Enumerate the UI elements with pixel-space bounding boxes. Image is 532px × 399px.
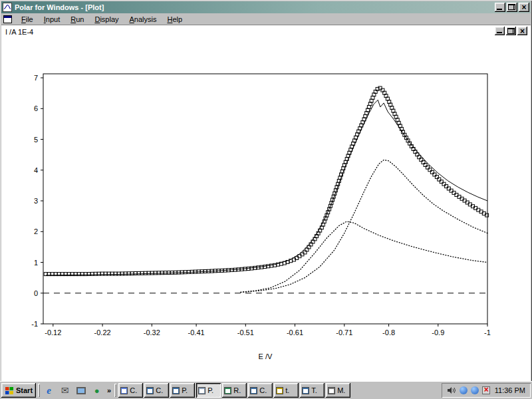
menubar: File Input Run Display Analysis Help: [1, 13, 531, 25]
menu-run[interactable]: Run: [65, 14, 89, 25]
task-icon: [146, 387, 154, 394]
close-button[interactable]: [519, 3, 529, 12]
y-tick-label: 1: [34, 259, 38, 267]
task-label: C.: [156, 386, 163, 394]
task-button[interactable]: R.: [222, 383, 247, 398]
quick-launch-show-desktop-icon[interactable]: [74, 384, 88, 397]
x-tick-label: -0.41: [188, 329, 205, 336]
app-icon[interactable]: [3, 3, 12, 12]
task-button[interactable]: C.: [248, 383, 273, 398]
x-tick-label: -1: [484, 329, 491, 336]
x-tick-label: -0.22: [94, 329, 111, 336]
task-label: P.: [182, 386, 188, 394]
polar-main-window: Polar for Windows - [Plot] File Input Ru…: [0, 0, 532, 399]
y-tick-label: 3: [34, 197, 38, 205]
mail-icon: [61, 385, 69, 396]
taskbar-clock: 11:36 PM: [493, 386, 525, 394]
x-tick-label: -0.32: [144, 329, 160, 336]
quick-launch-outlook-icon[interactable]: [58, 384, 72, 397]
tray-error-icon[interactable]: [482, 386, 490, 394]
y-tick-label: 7: [34, 74, 38, 82]
task-button[interactable]: M.: [326, 383, 350, 398]
menu-file[interactable]: File: [16, 14, 39, 25]
task-button[interactable]: T.: [300, 383, 325, 398]
task-icon: [328, 387, 335, 394]
quick-launch-internet-explorer-icon[interactable]: [42, 384, 56, 397]
desktop-icon: [76, 387, 86, 394]
task-label: P.: [207, 386, 213, 394]
task-icon: [302, 387, 309, 394]
menu-analysis[interactable]: Analysis: [124, 14, 162, 25]
window-title: Polar for Windows - [Plot]: [15, 3, 492, 11]
x-tick-label: -0.61: [287, 329, 303, 336]
menu-help[interactable]: Help: [162, 14, 188, 25]
plot-frame: [43, 74, 487, 324]
task-icon: [250, 387, 257, 394]
y-tick-label: 5: [34, 136, 38, 144]
task-icon: [120, 387, 128, 394]
x-tick-label: -0.9: [432, 329, 444, 336]
quick-launch-channels-icon[interactable]: [90, 384, 104, 397]
task-icon: [198, 387, 205, 394]
task-label: T.: [311, 386, 317, 394]
task-button[interactable]: t.: [274, 383, 299, 398]
start-label: Start: [16, 386, 33, 394]
minimize-button[interactable]: [495, 3, 505, 12]
task-label: M.: [337, 386, 345, 394]
menu-display[interactable]: Display: [89, 14, 124, 25]
series-component-peak-2-dotted: [241, 221, 487, 292]
y-tick-label: 4: [34, 166, 38, 174]
x-tick-label: -0.8: [382, 329, 395, 336]
series-measured-data-squares: [44, 86, 488, 276]
restore-button[interactable]: [507, 3, 517, 12]
minimize-icon: [497, 9, 502, 10]
x-axis-label: E /V: [259, 352, 273, 360]
menu-input[interactable]: Input: [39, 14, 65, 25]
close-icon: [519, 3, 529, 12]
x-tick-label: -0.71: [336, 329, 352, 336]
restore-icon: [508, 4, 515, 10]
tray-status-icon-2[interactable]: [471, 386, 479, 394]
windows-logo-icon: [5, 386, 14, 395]
task-button[interactable]: C.: [144, 383, 169, 398]
task-buttons: C. C. P. P. R. C. t. T. M.: [118, 383, 350, 398]
task-button[interactable]: C.: [118, 383, 143, 398]
plot-client-area: I /A 1E-4 76543210-1-0.12-0.22-0.32-0.41…: [1, 25, 531, 381]
y-tick-label: 6: [34, 104, 38, 112]
taskbar: Start » C. C. P. P. R. C. t. T. M.: [0, 381, 532, 399]
y-tick-label: 0: [34, 289, 38, 297]
task-label: R.: [233, 386, 241, 394]
series-component-peak-1-dotted: [241, 160, 487, 293]
channels-icon: [94, 386, 100, 396]
quick-launch-handle[interactable]: [38, 384, 40, 397]
task-label: t.: [285, 386, 289, 394]
polarogram-chart: 76543210-1-0.12-0.22-0.32-0.41-0.51-0.61…: [1, 25, 531, 382]
task-icon: [172, 387, 180, 394]
start-button[interactable]: Start: [1, 383, 36, 398]
ie-icon: [47, 385, 51, 396]
x-tick-label: -0.12: [45, 329, 61, 336]
task-label: C.: [130, 386, 137, 394]
quick-launch-more-chevron[interactable]: »: [106, 386, 112, 394]
mdi-child-system-icon[interactable]: [3, 15, 12, 23]
tray-status-icon-1[interactable]: [460, 386, 467, 394]
task-icon: [276, 387, 283, 394]
x-tick-label: -0.51: [237, 329, 254, 336]
y-tick-label: 2: [34, 227, 38, 235]
titlebar: Polar for Windows - [Plot]: [1, 1, 531, 13]
task-label: C.: [259, 386, 267, 394]
task-button[interactable]: P.: [170, 383, 195, 398]
window-controls: [495, 3, 529, 12]
task-button[interactable]: P.: [196, 383, 221, 398]
task-icon: [224, 387, 231, 394]
y-tick-label: -1: [31, 320, 38, 328]
tasks-handle[interactable]: [114, 384, 116, 397]
system-tray: 11:36 PM: [442, 383, 531, 398]
volume-icon[interactable]: [447, 386, 456, 394]
